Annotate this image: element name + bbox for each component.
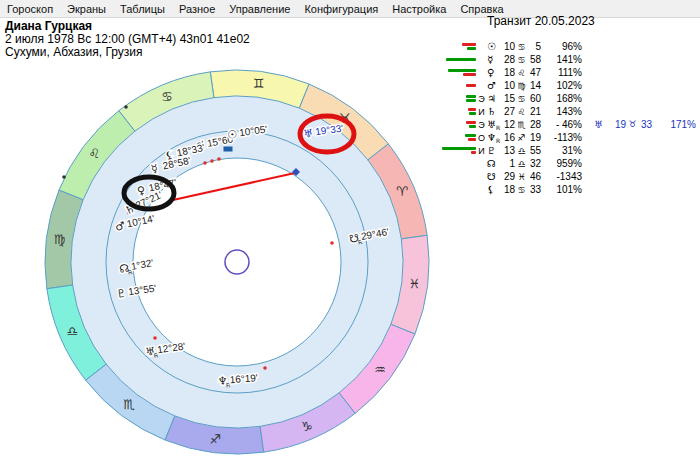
strength-bars [442,84,476,87]
zodiac-glyph-pisces: ♓ [409,276,421,291]
minutes: 60 [528,93,541,104]
planet-icon: ♄ [487,106,502,117]
zodiac-glyph-gemini: ♊ [253,76,265,91]
strength-bars [442,43,476,50]
minutes: 33 [639,119,652,130]
degrees: 18 [502,67,515,78]
strength-percent: - 46% [541,119,582,130]
degrees: 27 [502,106,515,117]
sign-icon: ♎ [515,146,528,156]
degrees: 29 [502,171,515,182]
rim-marker-dot [124,105,128,109]
rim-marker-dot [62,175,66,179]
planet-row-3: ♂10♍14102% [442,79,700,92]
transit-marker-dot [330,241,334,245]
planet-icon: ♃ [487,93,502,104]
sign-icon: ♏ [515,120,528,130]
sign-icon: ♌ [515,107,528,117]
dignity-letter: Э [476,94,487,104]
degrees: 18 [502,184,515,195]
strength-percent: 168% [541,93,582,104]
zodiac-glyph-virgo: ♍ [54,232,66,247]
planet-icon: ☿ [487,54,502,65]
planet-icon: ♆R [487,132,502,143]
zodiac-glyph-aquarius: ♒ [374,362,386,377]
strength-percent: 959% [541,158,582,169]
planet-position-text: 16°19' [229,372,258,385]
planet-row-1: ☿28♋58141% [442,53,700,66]
planet-row-6: Э♅R12♏28- 46%♅19♉33171% [442,118,700,131]
planet-icon: ♇ [487,145,502,156]
planet-row-2: ♀18♌47111% [442,66,700,79]
strength-bars [442,121,476,128]
minutes: 46 [528,171,541,182]
transit-marker-dot [203,161,207,165]
minutes: 21 [528,106,541,117]
sign-icon: ♋ [515,42,528,52]
degrees: 19 [612,119,626,130]
zodiac-glyph-scorpio: ♏ [123,397,135,412]
planet-icon: ☊ [487,158,502,169]
dignity-letter: И [476,107,487,117]
planet-icon: ⚸ [487,184,502,195]
minutes: 32 [528,158,541,169]
planet-aspect-table: ☉10♋596%☿28♋58141%♀18♌47111%♂10♍14102%Э♃… [442,40,700,196]
strength-bars [442,58,476,61]
planet-row-0: ☉10♋596% [442,40,700,53]
zodiac-glyph-libra: ♎ [66,324,78,339]
minutes: 55 [528,145,541,156]
strength-percent: 171% [652,119,696,130]
zodiac-glyph-cancer: ♋ [161,89,173,104]
planet-icon: ♅R [487,119,502,130]
strength-bars [442,134,476,141]
strength-percent: 141% [541,54,582,65]
degrees: 15 [502,93,515,104]
degrees: 10 [502,80,515,91]
wheel-center-circle [225,250,249,274]
strength-percent: 96% [541,41,582,52]
minutes: 5 [528,41,541,52]
sign-icon: ♐ [515,133,528,143]
strength-percent: -1343 [541,171,582,182]
strength-bars [442,69,476,76]
sign-icon: ♋ [515,94,528,104]
sign-icon: ♎ [515,159,528,169]
planet-row-11: ⚸18♋33101% [442,183,700,196]
transit-marker-dot [153,336,157,340]
minutes: 47 [528,67,541,78]
dignity-letter: И [476,146,487,156]
minutes: 58 [528,54,541,65]
strength-percent: -113% [541,132,582,143]
planet-icon: ♀ [487,67,502,78]
strength-percent: 143% [541,106,582,117]
transit-marker-dot [217,157,221,161]
strength-bars [442,108,476,115]
zodiac-glyph-leo: ♌ [88,146,100,161]
planet-row-7: О♆R16♐19-113% [442,131,700,144]
minutes: 28 [528,119,541,130]
strength-percent: 102% [541,80,582,91]
strength-percent: 111% [541,67,582,78]
planet-icon: ♂ [487,80,502,91]
zodiac-glyph-aries: ♈ [396,184,408,199]
transit-aspect-info: ♅19♉33171% [590,119,696,130]
planet-icon: ☉ [487,41,502,52]
strength-percent: 31% [541,145,582,156]
transit-planet-icon: ♅ [594,119,612,130]
sign-icon: ♋ [515,185,528,195]
minutes: 33 [528,184,541,195]
sign-icon: ♋ [515,55,528,65]
planet-glyph: ☉ [227,128,239,142]
degrees: 16 [502,132,515,143]
degrees: 28 [502,54,515,65]
degrees: 1 [502,158,515,169]
minutes: 19 [528,132,541,143]
strength-bars [442,147,476,154]
sign-icon: ♍ [515,81,528,91]
strength-bars [442,95,476,102]
planet-row-8: И♇13♎5531% [442,144,700,157]
minutes: 14 [528,80,541,91]
planet-row-10: ☋29♓46-1343 [442,170,700,183]
dignity-letter: Э [476,120,487,130]
planet-row-9: ☊1♎32959% [442,157,700,170]
